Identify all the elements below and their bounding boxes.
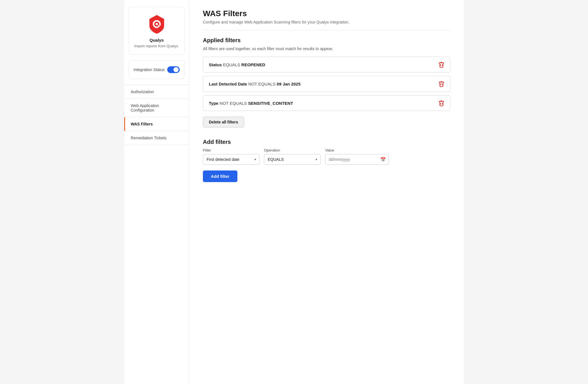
add-filter-button[interactable]: Add filter bbox=[203, 170, 237, 182]
toggle-label: Integration Status bbox=[134, 67, 165, 72]
logo-subtitle: Import reports from Qualys. bbox=[134, 44, 179, 49]
value-label: Value bbox=[325, 148, 389, 152]
integration-status-card: Integration Status bbox=[129, 60, 184, 79]
add-filters-title: Add filters bbox=[203, 139, 450, 145]
value-input-wrapper: 📅 bbox=[325, 154, 389, 165]
filter-text-1: Last Detected Date NOT EQUALS 09 Jan 202… bbox=[209, 82, 301, 86]
sidebar-item-authorization[interactable]: Authorization bbox=[124, 85, 189, 99]
svg-rect-4 bbox=[440, 64, 441, 66]
delete-all-filters-button[interactable]: Delete all filters bbox=[203, 117, 244, 127]
value-form-group: Value 📅 bbox=[325, 148, 389, 165]
delete-filter-0-icon[interactable] bbox=[439, 61, 444, 68]
integration-toggle[interactable] bbox=[167, 66, 180, 73]
sidebar: Qualys Import reports from Qualys. Integ… bbox=[124, 0, 189, 384]
svg-point-2 bbox=[156, 23, 158, 25]
filter-card-2: Type NOT EQUALS SENSITIVE_CONTENT bbox=[203, 95, 450, 111]
delete-filter-2-icon[interactable] bbox=[439, 100, 444, 106]
svg-rect-6 bbox=[440, 83, 441, 86]
logo-title: Qualys bbox=[149, 38, 164, 42]
svg-rect-8 bbox=[440, 103, 441, 105]
page-title: WAS Filters bbox=[203, 9, 450, 18]
filter-form-group: Filter First detected date Status Last D… bbox=[203, 148, 259, 165]
applied-filters-section: Applied filters All filters are used tog… bbox=[203, 37, 450, 136]
qualys-logo-icon bbox=[147, 14, 167, 34]
page-subtitle: Configure and manage Web Application Sca… bbox=[203, 20, 450, 24]
filter-label: Filter bbox=[203, 148, 259, 152]
sidebar-nav: Authorization Web Application Configurat… bbox=[124, 85, 189, 145]
add-filters-section: Add filters Filter First detected date S… bbox=[203, 139, 450, 182]
value-input[interactable] bbox=[325, 154, 389, 165]
logo-card: Qualys Import reports from Qualys. bbox=[129, 7, 184, 55]
add-filters-row: Filter First detected date Status Last D… bbox=[203, 148, 450, 165]
page-header: WAS Filters Configure and manage Web App… bbox=[203, 9, 450, 30]
filter-card-0: Status EQUALS REOPENED bbox=[203, 57, 450, 72]
operation-select[interactable]: EQUALS NOT EQUALS bbox=[264, 154, 321, 165]
sidebar-item-web-application-configuration[interactable]: Web Application Configuration bbox=[124, 99, 189, 117]
applied-filters-desc: All filters are used together, so each f… bbox=[203, 46, 450, 51]
operation-form-group: Operation EQUALS NOT EQUALS bbox=[264, 148, 321, 165]
filter-text-2: Type NOT EQUALS SENSITIVE_CONTENT bbox=[209, 101, 293, 106]
operation-label: Operation bbox=[264, 148, 321, 152]
operation-select-wrapper: EQUALS NOT EQUALS bbox=[264, 154, 321, 165]
sidebar-item-was-filters[interactable]: WAS Filters bbox=[124, 117, 189, 131]
svg-rect-7 bbox=[442, 83, 443, 86]
filter-list: Status EQUALS REOPENED Last Detected Dat… bbox=[203, 57, 450, 111]
svg-point-3 bbox=[158, 25, 160, 27]
filter-text-0: Status EQUALS REOPENED bbox=[209, 62, 265, 67]
delete-filter-1-icon[interactable] bbox=[439, 81, 444, 87]
filter-select[interactable]: First detected date Status Last Detected… bbox=[203, 154, 259, 165]
sidebar-item-remediation-tickets[interactable]: Remediation Tickets bbox=[124, 131, 189, 145]
applied-filters-title: Applied filters bbox=[203, 37, 450, 44]
main-content: WAS Filters Configure and manage Web App… bbox=[189, 0, 464, 384]
filter-card-1: Last Detected Date NOT EQUALS 09 Jan 202… bbox=[203, 76, 450, 92]
filter-select-wrapper: First detected date Status Last Detected… bbox=[203, 154, 259, 165]
svg-rect-9 bbox=[442, 103, 443, 105]
svg-rect-5 bbox=[442, 64, 443, 66]
